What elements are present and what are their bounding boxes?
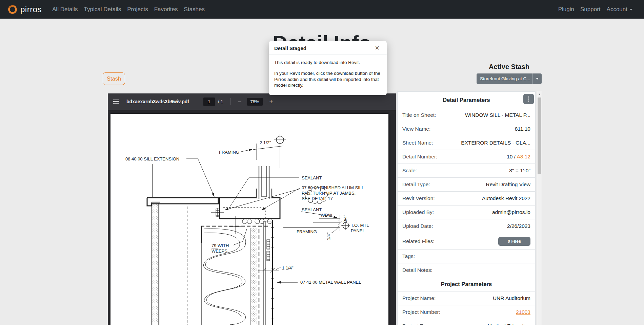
param-row-scale: Scale: 3" = 1'-0" xyxy=(398,164,535,177)
close-icon[interactable]: × xyxy=(373,45,381,51)
param-row-detail-notes: Detail Notes: xyxy=(398,263,535,277)
nav-item-favorites[interactable]: Favorites xyxy=(151,6,181,13)
label-sealant-upper: SEALANT xyxy=(302,175,322,180)
param-row-tags: Tags: xyxy=(398,249,535,263)
row-value: admin@pirros.io xyxy=(492,209,530,215)
row-value: 3" = 1'-0" xyxy=(509,168,530,174)
detail-parameters-panel: Detail Parameters Title on Sheet: WINDOW… xyxy=(397,91,536,325)
related-files-button[interactable]: 0 Files xyxy=(498,237,530,246)
label-to-mtl: T.O. MTL xyxy=(351,223,369,228)
row-label: Project Type: xyxy=(402,323,433,325)
active-stash: Active Stash Storefront Glazing at C... xyxy=(477,63,542,84)
detail-staged-modal: Detail Staged × This detail is ready to … xyxy=(269,41,387,95)
row-value: WINDOW SILL - METAL P... xyxy=(465,112,530,118)
brand-name: pirros xyxy=(20,5,42,14)
row-label: Upload Date: xyxy=(402,223,433,229)
nav-right: Plugin Support Account xyxy=(555,6,636,13)
pdf-toolbar: bdxaexxrnb3wds3b6wiv.pdf / 1 − 78% + xyxy=(108,93,396,110)
row-value: Medical Education xyxy=(487,323,530,325)
param-row-title-on-sheet: Title on Sheet: WINDOW SILL - METAL P... xyxy=(398,108,535,122)
detail-drawing: 2 1/2" FRAMING xyxy=(110,114,388,325)
modal-paragraph-1: This detail is ready to download into Re… xyxy=(274,60,381,66)
param-row-project-name: Project Name: UNR Auditorium xyxy=(398,291,535,305)
row-label: View Name: xyxy=(402,126,430,132)
modal-paragraph-2: In your Revit model, click the download … xyxy=(274,70,381,88)
pdf-filename: bdxaexxrnb3wds3b6wiv.pdf xyxy=(126,99,189,104)
scroll-up-arrow[interactable]: ▲ xyxy=(537,91,542,97)
param-row-detail-number: Detail Number: 10 / A8.12 xyxy=(398,150,535,164)
row-label: Detail Notes: xyxy=(402,267,432,273)
nav-item-typical-details[interactable]: Typical Details xyxy=(81,6,124,13)
pirros-logo-icon xyxy=(7,4,18,15)
nav-item-all-details[interactable]: All Details xyxy=(49,6,81,13)
pdf-page: 2 1/2" FRAMING xyxy=(110,114,388,325)
label-weeps-2: WEEPS xyxy=(212,248,227,254)
row-label: Detail Type: xyxy=(402,181,430,188)
dropdown-caret-zone xyxy=(532,73,542,84)
param-row-project-number: Project Number: 21003 xyxy=(398,305,535,319)
row-label: Project Name: xyxy=(402,295,436,301)
nav-item-support[interactable]: Support xyxy=(577,6,604,13)
row-value: EXTEIROR DETAILS - GLA... xyxy=(461,140,530,146)
label-alum-sill-1: 07 60 00 FINISHED ALUM SILL xyxy=(302,185,364,190)
label-dim-3-4: 3/4" xyxy=(343,215,348,222)
page-count: / 1 xyxy=(218,99,223,104)
pdf-viewer: 2 1/2" FRAMING xyxy=(108,93,396,325)
row-value: 10 / xyxy=(507,154,517,159)
modal-header: Detail Staged × xyxy=(269,41,387,55)
label-alum-sill-2: PAN. TURN UP AT JAMBS. xyxy=(302,191,356,196)
row-value: Revit Drafting View xyxy=(486,181,530,188)
row-value: 2/26/2023 xyxy=(507,223,530,229)
label-wdw: WDW xyxy=(321,213,333,218)
sidebar-toggle-icon[interactable] xyxy=(113,99,119,105)
label-dim-2-half: 2 1/2" xyxy=(260,140,271,145)
label-sealant-lower: SEALANT xyxy=(302,207,322,212)
label-to-mtl-panel: PANEL xyxy=(351,228,365,233)
label-dim-1-quarter-inch: 1 1/4" xyxy=(282,265,294,270)
label-metal-wall-panel: 07 42 00 METAL WALL PANEL xyxy=(300,280,361,285)
row-value: UNR Auditorium xyxy=(493,295,530,301)
row-label: Project Number: xyxy=(402,309,440,315)
row-label: Uploaded By: xyxy=(402,209,434,215)
chevron-down-icon xyxy=(536,78,539,80)
sheet-number-link[interactable]: A8.12 xyxy=(517,154,530,159)
stash-button[interactable]: Stash xyxy=(103,72,125,85)
zoom-in-button[interactable]: + xyxy=(267,98,275,105)
account-label: Account xyxy=(607,6,627,13)
label-framing-top: FRAMING xyxy=(219,150,239,155)
scrollbar-thumb[interactable] xyxy=(538,98,541,174)
param-row-sheet-name: Sheet Name: EXTEIROR DETAILS - GLA... xyxy=(398,136,535,150)
active-stash-dropdown[interactable]: Storefront Glazing at C... xyxy=(477,73,542,84)
label-weeps-1: 79 WITH xyxy=(212,243,229,248)
row-label: Related Files: xyxy=(402,238,435,244)
top-navbar: pirros All Details Typical Details Proje… xyxy=(0,0,644,19)
nav-item-projects[interactable]: Projects xyxy=(124,6,151,13)
param-row-project-type: Project Type: Medical Education xyxy=(398,319,535,325)
label-alum-sill-3: SEE DETAIL 17 xyxy=(302,196,333,201)
nav-item-plugin[interactable]: Plugin xyxy=(555,6,577,13)
param-row-related-files: Related Files: 0 Files xyxy=(398,233,535,249)
project-parameters-header: Project Parameters xyxy=(398,277,535,291)
label-sill-extension: 08 40 00 SILL EXTENSION xyxy=(125,156,179,161)
modal-title: Detail Staged xyxy=(274,45,306,51)
nav-item-stashes[interactable]: Stashes xyxy=(181,6,208,13)
nav-item-account[interactable]: Account xyxy=(604,6,636,13)
param-row-view-name: View Name: 811.10 xyxy=(398,122,535,136)
kebab-menu-button[interactable] xyxy=(523,94,534,104)
brand[interactable]: pirros xyxy=(8,5,42,14)
row-label: Tags: xyxy=(402,253,415,259)
panel-title: Detail Parameters xyxy=(443,97,490,103)
chevron-down-icon xyxy=(629,9,633,10)
toolbar-separator xyxy=(230,98,231,105)
page-number-input[interactable] xyxy=(203,98,215,106)
param-row-uploaded-by: Uploaded By: admin@pirros.io xyxy=(398,205,535,219)
zoom-out-button[interactable]: − xyxy=(236,98,243,105)
row-label: Title on Sheet: xyxy=(402,112,436,118)
project-number-link[interactable]: 21003 xyxy=(516,309,530,315)
row-value: 811.10 xyxy=(515,126,530,132)
panel-scrollbar[interactable]: ▲ xyxy=(537,91,542,325)
zoom-level: 78% xyxy=(247,98,263,106)
active-stash-heading: Active Stash xyxy=(477,63,542,71)
param-row-upload-date: Upload Date: 2/26/2023 xyxy=(398,219,535,233)
param-row-revit-version: Revit Version: Autodesk Revit 2022 xyxy=(398,191,535,205)
